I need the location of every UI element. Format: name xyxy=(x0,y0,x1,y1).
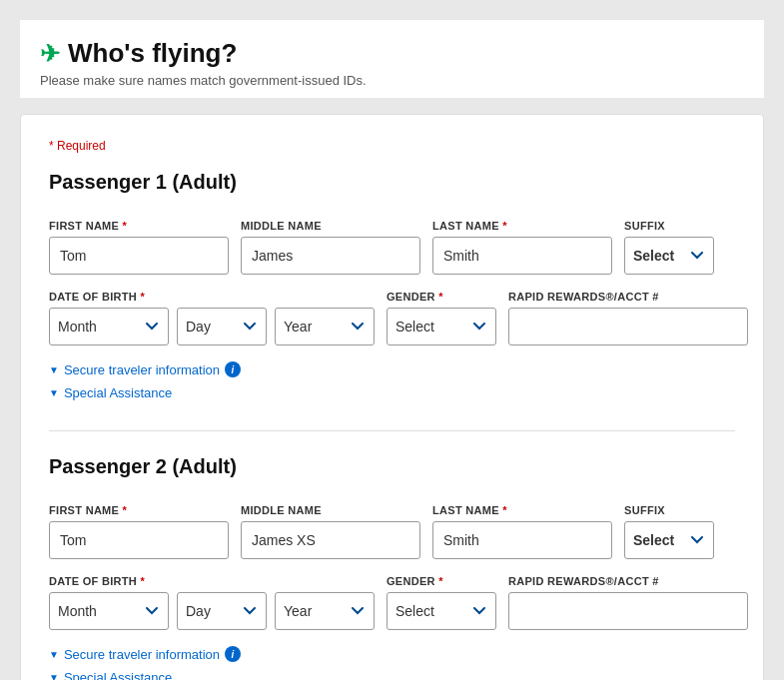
passenger-2-first-name-group: FIRST NAME * xyxy=(49,504,229,559)
middle-name-label: MIDDLE NAME xyxy=(241,220,420,232)
passenger-2-rapid-rewards-input[interactable] xyxy=(508,592,748,630)
plane-icon: ✈ xyxy=(40,40,60,68)
passenger-2-gender-group: GENDER * Select Male Female xyxy=(387,575,496,630)
passenger-2-day-select[interactable]: Day xyxy=(177,592,267,630)
page-title: ✈ Who's flying? xyxy=(40,38,744,69)
gender-label: GENDER * xyxy=(387,291,496,303)
passenger-1-month-select[interactable]: Month JanuaryFebruary MarchApril MayJune… xyxy=(49,308,169,345)
passenger-2-name-row: FIRST NAME * MIDDLE NAME LAST NAME * SUF… xyxy=(49,504,735,559)
p2-last-name-label: LAST NAME * xyxy=(432,504,612,516)
passenger-2-expandable: ▼ Secure traveler information i ▼ Specia… xyxy=(49,646,735,680)
p2-chevron-down-icon: ▼ xyxy=(49,649,59,660)
passenger-1-dob-group: DATE OF BIRTH * Month JanuaryFebruary Ma… xyxy=(49,291,375,345)
passenger-1-special-assistance-link[interactable]: ▼ Special Assistance xyxy=(49,385,735,400)
p2-middle-name-label: MIDDLE NAME xyxy=(241,504,420,516)
p2-rapid-rewards-label: RAPID REWARDS®/ACCT # xyxy=(508,575,748,587)
chevron-down-icon: ▼ xyxy=(49,364,59,375)
p2-gender-label: GENDER * xyxy=(387,575,496,587)
p2-info-icon[interactable]: i xyxy=(225,646,241,662)
passenger-2-suffix-group: SUFFIX Select Jr Sr II III xyxy=(624,504,714,559)
passenger-1-gender-select[interactable]: Select Male Female xyxy=(387,308,496,345)
page-subtitle: Please make sure names match government-… xyxy=(40,73,744,88)
p2-suffix-label: SUFFIX xyxy=(624,504,714,516)
passenger-1-year-select[interactable]: Year xyxy=(275,308,375,345)
required-note: * Required xyxy=(49,139,735,153)
passenger-1-section: Passenger 1 (Adult) FIRST NAME * MIDDLE … xyxy=(49,171,735,400)
passenger-2-title: Passenger 2 (Adult) xyxy=(49,455,735,486)
suffix-label: SUFFIX xyxy=(624,220,714,232)
passenger-1-last-name-input[interactable] xyxy=(432,237,612,275)
passenger-1-gender-group: GENDER * Select Male Female xyxy=(387,291,496,345)
last-name-label: LAST NAME * xyxy=(432,220,612,232)
passenger-1-day-select[interactable]: Day xyxy=(177,308,267,345)
passenger-1-secure-traveler-link[interactable]: ▼ Secure traveler information i xyxy=(49,361,735,377)
passenger-2-suffix-select[interactable]: Select Jr Sr II III xyxy=(624,521,714,559)
passenger-2-last-name-input[interactable] xyxy=(432,521,612,559)
passenger-1-middle-name-input[interactable] xyxy=(241,237,420,275)
passenger-2-year-select[interactable]: Year xyxy=(275,592,375,630)
passenger-1-title: Passenger 1 (Adult) xyxy=(49,171,735,202)
info-icon[interactable]: i xyxy=(225,361,241,377)
passenger-1-first-name-group: FIRST NAME * xyxy=(49,220,229,275)
passenger-1-last-name-group: LAST NAME * xyxy=(432,220,612,275)
first-name-label: FIRST NAME * xyxy=(49,220,229,232)
chevron-down-icon-2: ▼ xyxy=(49,387,59,398)
passenger-1-middle-name-group: MIDDLE NAME xyxy=(241,220,420,275)
rapid-rewards-label: RAPID REWARDS®/ACCT # xyxy=(508,291,748,303)
passenger-1-expandable: ▼ Secure traveler information i ▼ Specia… xyxy=(49,361,735,400)
passenger-2-dob-group: DATE OF BIRTH * Month JanuaryFebruary Ma… xyxy=(49,575,375,630)
passenger-1-rapid-rewards-group: RAPID REWARDS®/ACCT # xyxy=(508,291,748,345)
passenger-1-first-name-input[interactable] xyxy=(49,237,229,275)
passenger-2-rapid-rewards-group: RAPID REWARDS®/ACCT # xyxy=(508,575,748,630)
passenger-2-dob-fields: Month JanuaryFebruary MarchApril MayJune… xyxy=(49,592,375,630)
passenger-2-month-select[interactable]: Month JanuaryFebruary MarchApril MayJune… xyxy=(49,592,169,630)
passenger-2-middle-name-input[interactable] xyxy=(241,521,420,559)
p2-dob-label: DATE OF BIRTH * xyxy=(49,575,375,587)
passenger-1-suffix-select[interactable]: Select Jr Sr II III xyxy=(624,237,714,275)
passenger-divider xyxy=(49,430,735,431)
passenger-2-last-name-group: LAST NAME * xyxy=(432,504,612,559)
passenger-2-first-name-input[interactable] xyxy=(49,521,229,559)
passenger-1-name-row: FIRST NAME * MIDDLE NAME LAST NAME * SUF… xyxy=(49,220,735,275)
passenger-2-secure-traveler-link[interactable]: ▼ Secure traveler information i xyxy=(49,646,735,662)
passenger-2-gender-select[interactable]: Select Male Female xyxy=(387,592,496,630)
main-card: * Required Passenger 1 (Adult) FIRST NAM… xyxy=(20,114,764,680)
passenger-2-dob-row: DATE OF BIRTH * Month JanuaryFebruary Ma… xyxy=(49,575,735,630)
passenger-2-middle-name-group: MIDDLE NAME xyxy=(241,504,420,559)
passenger-1-rapid-rewards-input[interactable] xyxy=(508,308,748,345)
passenger-2-section: Passenger 2 (Adult) FIRST NAME * MIDDLE … xyxy=(49,455,735,680)
passenger-1-dob-fields: Month JanuaryFebruary MarchApril MayJune… xyxy=(49,308,375,345)
p2-first-name-label: FIRST NAME * xyxy=(49,504,229,516)
passenger-1-suffix-group: SUFFIX Select Jr Sr II III xyxy=(624,220,714,275)
passenger-2-special-assistance-link[interactable]: ▼ Special Assistance xyxy=(49,670,735,680)
passenger-1-dob-row: DATE OF BIRTH * Month JanuaryFebruary Ma… xyxy=(49,291,735,345)
dob-label: DATE OF BIRTH * xyxy=(49,291,375,303)
p2-chevron-down-icon-2: ▼ xyxy=(49,672,59,680)
